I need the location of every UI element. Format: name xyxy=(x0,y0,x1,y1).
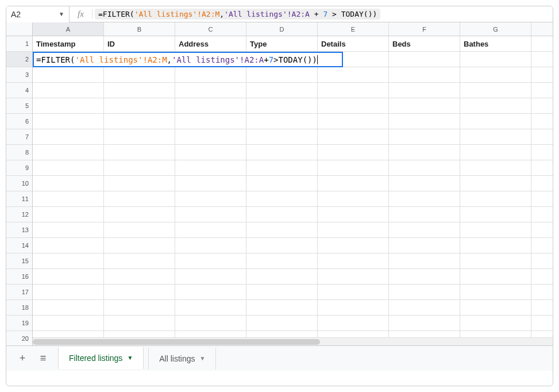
cell[interactable] xyxy=(104,285,175,299)
cell[interactable] xyxy=(33,129,104,144)
cell[interactable] xyxy=(104,145,175,160)
cell[interactable] xyxy=(104,98,175,113)
column-header[interactable]: A xyxy=(33,22,104,36)
cell[interactable] xyxy=(175,238,246,253)
cell[interactable] xyxy=(318,160,389,175)
cell[interactable] xyxy=(460,207,531,222)
cell[interactable] xyxy=(460,83,531,98)
cell[interactable] xyxy=(318,316,389,330)
row-header[interactable]: 18 xyxy=(6,300,32,316)
cell[interactable] xyxy=(389,285,460,299)
cell[interactable] xyxy=(246,316,318,330)
cell[interactable]: Details xyxy=(318,36,389,51)
cell[interactable] xyxy=(460,160,531,175)
cell[interactable]: Timestamp xyxy=(33,36,104,51)
cell[interactable] xyxy=(104,316,175,330)
add-sheet-button[interactable]: + xyxy=(12,348,33,369)
cell[interactable] xyxy=(318,269,389,284)
cell[interactable] xyxy=(33,160,104,175)
cell[interactable] xyxy=(389,253,460,268)
cell[interactable] xyxy=(460,269,531,284)
cell[interactable] xyxy=(175,83,246,98)
cell[interactable] xyxy=(389,129,460,144)
cell[interactable] xyxy=(318,83,389,98)
column-header[interactable]: C xyxy=(175,22,246,36)
row-header[interactable]: 8 xyxy=(6,145,32,160)
row-header[interactable]: 13 xyxy=(6,222,32,238)
cell[interactable] xyxy=(33,207,104,222)
row-header[interactable]: 15 xyxy=(6,253,32,269)
cell[interactable] xyxy=(175,67,246,82)
cell[interactable] xyxy=(389,269,460,284)
cell[interactable] xyxy=(246,285,318,299)
cell[interactable] xyxy=(104,191,175,206)
cell[interactable] xyxy=(33,222,104,237)
cell[interactable] xyxy=(175,316,246,330)
cell[interactable] xyxy=(175,222,246,237)
chevron-down-icon[interactable]: ▼ xyxy=(59,11,64,17)
cell[interactable] xyxy=(246,129,318,144)
cell[interactable] xyxy=(460,52,531,67)
cell[interactable] xyxy=(460,176,531,191)
all-sheets-button[interactable]: ≡ xyxy=(33,348,53,369)
row-header[interactable]: 6 xyxy=(6,114,32,129)
cell[interactable] xyxy=(246,160,318,175)
cell[interactable] xyxy=(104,160,175,175)
sheet-tab-all-listings[interactable]: All listings ▼ xyxy=(148,348,216,370)
cell[interactable]: Type xyxy=(246,36,318,51)
active-cell-editor[interactable]: = FILTER ( 'All listings'!A2:M , 'All li… xyxy=(33,52,343,67)
cell[interactable] xyxy=(246,269,318,284)
cell[interactable] xyxy=(389,238,460,253)
row-header[interactable]: 3 xyxy=(6,67,32,83)
cell[interactable] xyxy=(460,114,531,129)
cell[interactable] xyxy=(389,67,460,82)
cell[interactable] xyxy=(175,160,246,175)
row-header[interactable]: 9 xyxy=(6,160,32,176)
cell[interactable] xyxy=(175,129,246,144)
cell[interactable] xyxy=(318,285,389,299)
cell[interactable] xyxy=(460,316,531,330)
cell[interactable] xyxy=(104,129,175,144)
cell[interactable]: Bathes xyxy=(460,36,531,51)
cell[interactable] xyxy=(104,83,175,98)
cell[interactable] xyxy=(318,98,389,113)
cell[interactable] xyxy=(104,300,175,315)
cell[interactable] xyxy=(104,222,175,237)
cell[interactable] xyxy=(389,98,460,113)
column-header[interactable]: G xyxy=(460,22,531,36)
name-box[interactable]: A2 ▼ xyxy=(6,6,70,22)
cell[interactable] xyxy=(175,300,246,315)
cell[interactable] xyxy=(460,129,531,144)
cell[interactable] xyxy=(389,145,460,160)
cell[interactable] xyxy=(104,269,175,284)
cell[interactable] xyxy=(33,285,104,299)
cell[interactable] xyxy=(318,129,389,144)
cell[interactable] xyxy=(104,238,175,253)
cell[interactable] xyxy=(104,67,175,82)
chevron-down-icon[interactable]: ▼ xyxy=(127,355,133,361)
cell[interactable] xyxy=(33,176,104,191)
cell[interactable] xyxy=(33,238,104,253)
cell[interactable] xyxy=(246,114,318,129)
cell[interactable] xyxy=(246,238,318,253)
cell[interactable] xyxy=(460,253,531,268)
cell[interactable] xyxy=(389,207,460,222)
cell[interactable] xyxy=(318,207,389,222)
cell[interactable] xyxy=(389,191,460,206)
row-header[interactable]: 19 xyxy=(6,316,32,331)
cell[interactable] xyxy=(33,145,104,160)
cell[interactable] xyxy=(389,222,460,237)
cell[interactable] xyxy=(104,207,175,222)
cell[interactable] xyxy=(175,207,246,222)
cell[interactable] xyxy=(33,114,104,129)
cell[interactable] xyxy=(175,253,246,268)
cell[interactable] xyxy=(33,316,104,330)
cell[interactable] xyxy=(246,176,318,191)
cell[interactable] xyxy=(246,83,318,98)
cell[interactable] xyxy=(389,160,460,175)
cell[interactable] xyxy=(175,98,246,113)
cell[interactable] xyxy=(318,176,389,191)
cell[interactable] xyxy=(33,83,104,98)
scrollbar-thumb[interactable] xyxy=(33,339,320,345)
cell[interactable] xyxy=(246,222,318,237)
